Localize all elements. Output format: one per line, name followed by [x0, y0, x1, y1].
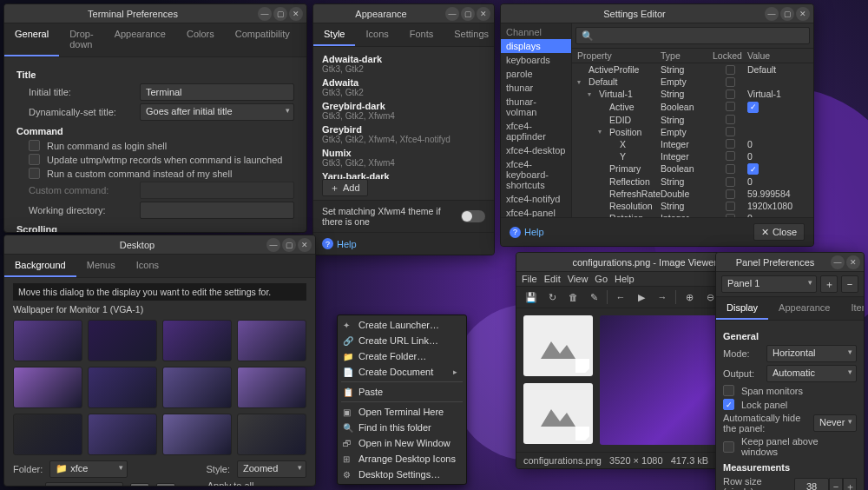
edit-icon[interactable]: ✎ [586, 292, 602, 303]
tab-icons[interactable]: Icons [126, 255, 169, 277]
lock-checkbox[interactable] [723, 399, 734, 410]
wallpaper-thumbnail[interactable] [88, 414, 157, 455]
tab-appearance[interactable]: Appearance [768, 297, 840, 320]
tab-general[interactable]: General [4, 23, 59, 56]
channel-item[interactable]: thunar-volman [501, 95, 571, 119]
theme-item[interactable]: NumixGtk3, Gtk2, Xfwm4 [322, 146, 485, 169]
property-row[interactable]: ActiveProfileStringDefault [572, 63, 813, 76]
close-icon[interactable]: ✕ [846, 255, 860, 269]
property-row[interactable]: EDIDString [572, 114, 813, 126]
folder-select[interactable]: 📁 xfce [49, 460, 128, 478]
property-row[interactable]: PrimaryBoolean [572, 162, 813, 176]
context-menu-item[interactable]: 📁Create Folder… [338, 348, 466, 364]
property-row[interactable]: YInteger0 [572, 150, 813, 162]
tab-settings[interactable]: Settings [444, 23, 495, 46]
context-menu-item[interactable]: ⚙Desktop Settings… [338, 467, 466, 482]
context-menu-item[interactable]: ⊞Arrange Desktop Icons [338, 451, 466, 467]
wallpaper-thumbnail[interactable] [237, 367, 306, 408]
working-dir-input[interactable] [140, 202, 294, 219]
minimize-icon[interactable]: — [258, 7, 272, 21]
property-row[interactable]: ▾DefaultEmpty [572, 76, 813, 88]
theme-item[interactable]: Yaru-bark-darkGtk3, Gtk2 [322, 169, 485, 179]
titlebar[interactable]: Settings Editor —▢✕ [501, 4, 813, 23]
context-menu-item[interactable]: ✦Create Launcher… [338, 317, 466, 333]
menu-file[interactable]: File [522, 274, 537, 284]
channel-item[interactable]: parole [501, 67, 571, 81]
initial-title-input[interactable] [140, 83, 294, 101]
custom-cmd-checkbox[interactable] [29, 168, 40, 179]
channel-item[interactable]: displays [501, 39, 571, 53]
titlebar[interactable]: Desktop —▢✕ [4, 235, 315, 255]
match-xfwm-toggle[interactable] [461, 210, 485, 222]
tab-background[interactable]: Background [4, 255, 76, 277]
add-panel-button[interactable]: ＋ [820, 275, 838, 293]
tab-style[interactable]: Style [313, 23, 355, 46]
wallpaper-thumbnail[interactable] [162, 320, 232, 361]
close-button[interactable]: ✕ Close [753, 223, 805, 241]
tab-advanced[interactable]: Advanced [300, 23, 307, 56]
channel-item[interactable]: xfce4-panel [501, 206, 571, 217]
add-theme-button[interactable]: ＋ Add [322, 179, 368, 196]
utmp-checkbox[interactable] [29, 154, 40, 165]
wallpaper-thumbnail[interactable] [13, 320, 82, 361]
dyn-title-select[interactable]: Goes after initial title [140, 103, 294, 121]
titlebar[interactable]: Panel Preferences —✕ [716, 253, 864, 272]
delete-icon[interactable]: 🗑 [565, 292, 581, 302]
search-input[interactable] [575, 27, 810, 44]
autohide-select[interactable]: Never [813, 414, 857, 432]
save-icon[interactable]: 💾 [523, 292, 539, 303]
minimize-icon[interactable]: — [266, 238, 280, 252]
close-icon[interactable]: ✕ [289, 7, 303, 21]
tab-display[interactable]: Display [716, 297, 768, 320]
close-icon[interactable]: ✕ [477, 7, 490, 21]
inc-button[interactable]: ＋ [843, 478, 857, 490]
context-menu-item[interactable]: 🔍Find in this folder [338, 420, 466, 435]
wallpaper-thumbnail[interactable] [13, 367, 82, 408]
theme-item[interactable]: Greybird-darkGtk3, Gtk2, Xfwm4 [322, 99, 485, 122]
menu-edit[interactable]: Edit [544, 274, 561, 284]
context-menu-item[interactable]: 🔗Create URL Link… [338, 333, 466, 348]
tab-icons[interactable]: Icons [355, 23, 398, 46]
next-icon[interactable]: → [654, 292, 670, 302]
play-icon[interactable]: ▶ [634, 292, 649, 303]
zoom-in-icon[interactable]: ⊕ [681, 292, 697, 303]
property-row[interactable]: ResolutionString1920x1080 [572, 200, 813, 212]
style-select[interactable]: Zoomed [237, 460, 306, 478]
tab-colors[interactable]: Colors [176, 23, 225, 56]
context-menu-item[interactable]: 🗗Open in New Window [338, 435, 466, 451]
keep-above-checkbox[interactable] [723, 441, 734, 453]
channel-item[interactable]: thunar [501, 81, 571, 95]
theme-item[interactable]: GreybirdGtk3, Gtk2, Xfwm4, Xfce4-notifyd [322, 122, 485, 146]
maximize-icon[interactable]: ▢ [461, 7, 475, 21]
output-select[interactable]: Automatic [766, 365, 857, 382]
close-icon[interactable]: ✕ [298, 238, 312, 252]
wallpaper-thumbnail[interactable] [162, 367, 232, 408]
channel-item[interactable]: xfce4-desktop [501, 143, 571, 157]
minimize-icon[interactable]: — [831, 255, 845, 269]
help-button[interactable]: Help [322, 238, 357, 249]
property-row[interactable]: XInteger0 [572, 138, 813, 150]
tab-compat[interactable]: Compatibility [225, 23, 300, 56]
wallpaper-thumbnail[interactable] [88, 367, 157, 408]
theme-item[interactable]: AdwaitaGtk3, Gtk2 [322, 76, 485, 99]
minimize-icon[interactable]: — [445, 7, 459, 21]
property-row[interactable]: ReflectionString0 [572, 175, 813, 188]
maximize-icon[interactable]: ▢ [282, 238, 296, 252]
color-swatch-2[interactable] [156, 483, 175, 486]
maximize-icon[interactable]: ▢ [780, 7, 794, 21]
property-row[interactable]: ▾PositionEmpty [572, 126, 813, 138]
titlebar[interactable]: Appearance —▢✕ [313, 4, 494, 23]
context-menu-item[interactable]: 📋Paste [338, 384, 466, 400]
tab-items[interactable]: Items [840, 297, 865, 320]
thumbnail[interactable] [523, 383, 593, 444]
mode-select[interactable]: Horizontal [766, 345, 857, 362]
prev-icon[interactable]: ← [613, 292, 628, 302]
menu-view[interactable]: View [568, 274, 589, 284]
property-row[interactable]: ActiveBoolean [572, 100, 813, 114]
revert-icon[interactable]: ↻ [544, 292, 560, 303]
rowsize-input[interactable] [794, 478, 829, 490]
context-menu-item[interactable]: ▣Open Terminal Here [338, 404, 466, 420]
color-select[interactable]: Solid color [45, 482, 123, 486]
wallpaper-thumbnail[interactable] [237, 414, 306, 455]
panel-select[interactable]: Panel 1 [721, 275, 817, 293]
